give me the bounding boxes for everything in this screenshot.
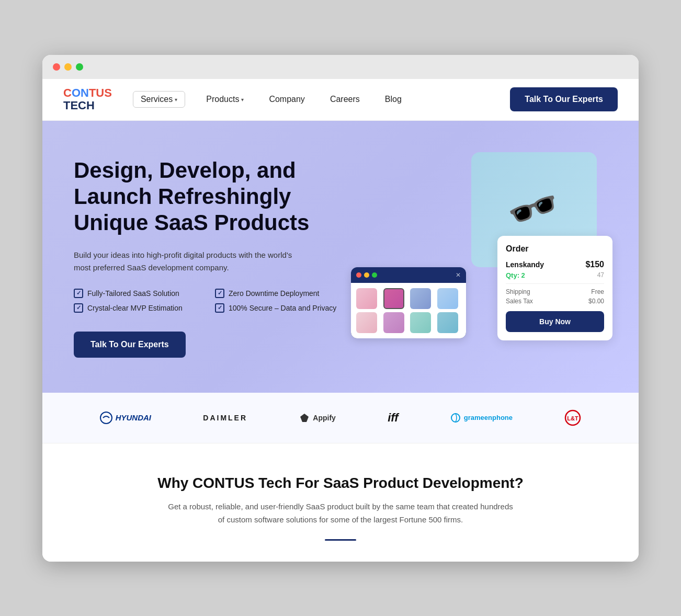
check-item-4: 100% Secure – Data and Privacy [215, 303, 340, 313]
swatch-dot-red [356, 272, 361, 278]
browser-window: CONTUS TECH Services ▾ Products ▾ Compan… [42, 55, 639, 562]
order-card: Order Lenskandy $150 Qty: 2 47 Shipping … [497, 236, 612, 340]
shipping-value: Free [591, 288, 604, 295]
swatch-close-icon[interactable]: ✕ [456, 271, 461, 279]
order-qty-row: Qty: 2 47 [506, 271, 604, 279]
nav-careers[interactable]: Careers [326, 93, 364, 106]
hero-title: Design, Develop, and Launch Refreshingly… [74, 157, 340, 236]
logo-appify: Appify [299, 413, 336, 423]
shipping-label: Shipping [506, 288, 530, 295]
swatch-8[interactable] [437, 312, 458, 333]
swatch-card-titlebar: ✕ [351, 267, 466, 283]
logo-contus: CONTUS [63, 87, 112, 99]
order-qty-count: 47 [597, 271, 604, 279]
swatch-7[interactable] [410, 312, 431, 333]
hero-section: Design, Develop, and Launch Refreshingly… [42, 121, 639, 393]
navbar: CONTUS TECH Services ▾ Products ▾ Compan… [42, 79, 639, 121]
logo-daimler: DAIMLER [203, 414, 247, 422]
why-underline [325, 539, 356, 541]
swatch-6[interactable] [383, 312, 404, 333]
tax-value: $0.00 [588, 298, 604, 305]
swatch-grid [351, 283, 466, 338]
order-title: Order [506, 244, 604, 254]
browser-chrome [42, 55, 639, 79]
hero-checklist: Fully-Tailored SaaS Solution Zero Downti… [74, 289, 340, 313]
nav-services[interactable]: Services ▾ [133, 91, 185, 108]
order-product-name: Lenskandy [506, 260, 544, 269]
svg-point-0 [100, 412, 112, 424]
color-swatch-card: ✕ [351, 267, 466, 338]
chevron-down-icon: ▾ [241, 97, 244, 102]
swatch-5[interactable] [356, 312, 377, 333]
hero-content: Design, Develop, and Launch Refreshingly… [74, 152, 340, 358]
order-product-row: Lenskandy $150 [506, 260, 604, 269]
swatch-2[interactable] [383, 288, 404, 309]
nav-links: Services ▾ Products ▾ Company Careers Bl… [133, 91, 510, 108]
order-tax-row: Sales Tax $0.00 [506, 298, 604, 305]
logo-tech: TECH [63, 99, 112, 112]
logo-lt: L&T [564, 409, 581, 426]
order-shipping-row: Shipping Free [506, 288, 604, 295]
sunglasses-image: 🕶️ [501, 177, 567, 242]
hero-visuals: 🕶️ Order Lenskandy $150 Qty: 2 47 Shippi… [340, 152, 607, 361]
check-icon-2 [215, 289, 224, 298]
why-subtitle: Get a robust, reliable, and user-friendl… [168, 500, 513, 527]
close-button[interactable] [53, 63, 60, 71]
swatch-dot-yellow [364, 272, 369, 278]
chevron-down-icon: ▾ [175, 97, 177, 102]
swatch-1[interactable] [356, 288, 377, 309]
logo-hyundai: HYUNDAI [100, 412, 151, 424]
check-item-2: Zero Downtime Deployment [215, 289, 340, 298]
swatch-dot-green [372, 272, 377, 278]
logo-iff: iff [388, 411, 398, 425]
order-divider [506, 283, 604, 284]
svg-marker-1 [300, 414, 309, 422]
buy-now-button[interactable]: Buy Now [506, 311, 604, 332]
check-item-3: Crystal-clear MVP Estimation [74, 303, 199, 313]
why-title: Why CONTUS Tech For SaaS Product Develop… [84, 475, 597, 492]
order-qty: Qty: 2 [506, 271, 525, 279]
logo[interactable]: CONTUS TECH [63, 87, 112, 112]
logos-section: HYUNDAI DAIMLER Appify iff grameenphone … [42, 393, 639, 443]
hero-cta-button[interactable]: Talk To Our Experts [74, 332, 186, 358]
nav-products[interactable]: Products ▾ [202, 93, 248, 106]
why-section: Why CONTUS Tech For SaaS Product Develop… [42, 443, 639, 562]
swatch-3[interactable] [410, 288, 431, 309]
logo-grameenphone: grameenphone [450, 413, 513, 423]
nav-cta-button[interactable]: Talk To Our Experts [510, 87, 618, 111]
minimize-button[interactable] [64, 63, 72, 71]
check-icon-1 [74, 289, 83, 298]
check-item-1: Fully-Tailored SaaS Solution [74, 289, 199, 298]
check-icon-3 [74, 303, 83, 313]
tax-label: Sales Tax [506, 298, 533, 305]
nav-company[interactable]: Company [265, 93, 309, 106]
check-icon-4 [215, 303, 224, 313]
swatch-4[interactable] [437, 288, 458, 309]
hero-subtitle: Build your ideas into high-profit digita… [74, 249, 293, 274]
svg-text:L&T: L&T [568, 415, 579, 421]
order-price: $150 [585, 260, 604, 269]
svg-point-2 [451, 414, 460, 422]
nav-blog[interactable]: Blog [381, 93, 406, 106]
maximize-button[interactable] [76, 63, 83, 71]
